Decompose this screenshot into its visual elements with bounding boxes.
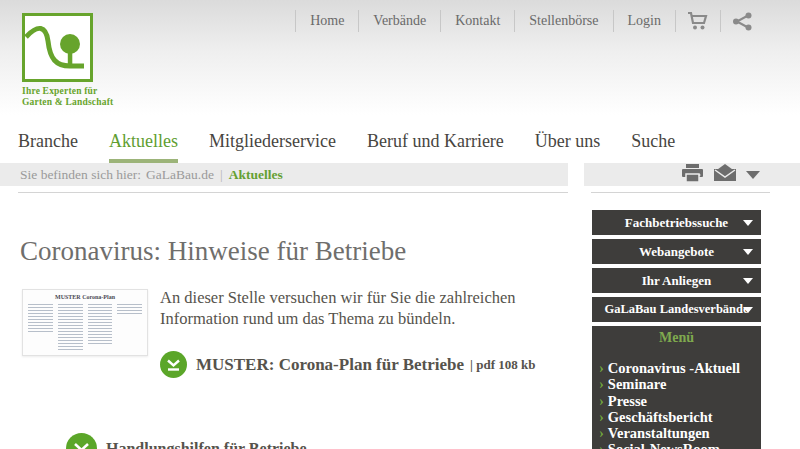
chevron-right-icon: › xyxy=(599,409,604,425)
top-nav: Home Verbände Kontakt Stellenbörse Login xyxy=(295,8,764,34)
download-link-partial[interactable]: Handlungshilfen für Betriebe xyxy=(66,433,307,449)
menu-item-veranstaltungen[interactable]: ›Veranstaltungen xyxy=(599,425,761,441)
menu-list: ›Coronavirus -Aktuell ›Seminare ›Presse … xyxy=(592,360,761,449)
accordion-label: Fachbetriebssuche xyxy=(625,215,728,230)
menu-item-geschaeftsbericht[interactable]: ›Geschäftsbericht xyxy=(599,409,761,425)
email-icon[interactable] xyxy=(713,164,737,185)
chevron-right-icon: › xyxy=(599,393,604,409)
main-nav: Branche Aktuelles Mitgliederservice Beru… xyxy=(18,131,675,163)
top-nav-login[interactable]: Login xyxy=(614,13,675,29)
tagline-line2: Garten & Landschaft xyxy=(22,97,113,108)
chevron-right-icon: › xyxy=(599,441,604,449)
accordion-label: GaLaBau Landesverbände xyxy=(604,302,748,316)
breadcrumb-site-link[interactable]: GaLaBau.de xyxy=(146,167,214,183)
menu-item-label: Seminare xyxy=(608,376,667,392)
top-nav-home[interactable]: Home xyxy=(296,13,358,29)
menu-item-label: Presse xyxy=(608,393,647,409)
accordion-webangebote[interactable]: Webangebote xyxy=(592,239,761,264)
top-nav-kontakt[interactable]: Kontakt xyxy=(441,13,514,29)
download-link-corona-plan[interactable]: MUSTER: Corona-Plan für Betriebe | pdf 1… xyxy=(160,351,535,378)
nav-branche[interactable]: Branche xyxy=(18,131,78,163)
cart-icon[interactable] xyxy=(676,11,720,31)
breadcrumb: Sie befinden sich hier: GaLaBau.de | Akt… xyxy=(0,163,568,186)
nav-suche[interactable]: Suche xyxy=(631,131,675,163)
chevron-down-icon[interactable] xyxy=(746,171,760,179)
menu-item-presse[interactable]: ›Presse xyxy=(599,393,761,409)
brand-tagline: Ihre Experten für Garten & Landschaft xyxy=(22,86,113,107)
accordion-fachbetriebssuche[interactable]: Fachbetriebssuche xyxy=(592,210,761,235)
download-icon xyxy=(66,433,97,449)
accordion-label: Webangebote xyxy=(639,244,714,259)
chevron-right-icon: › xyxy=(599,425,604,441)
menu-item-label: Veranstaltungen xyxy=(608,425,710,441)
header: Ihre Experten für Garten & Landschaft Ho… xyxy=(0,0,800,115)
chevron-right-icon: › xyxy=(599,376,604,392)
share-icon[interactable] xyxy=(721,12,764,31)
menu-item-label: Coronavirus -Aktuell xyxy=(608,360,740,376)
print-icon[interactable] xyxy=(681,164,704,186)
logo[interactable]: Ihre Experten für Garten & Landschaft xyxy=(22,13,113,107)
accordion-label: Ihr Anliegen xyxy=(642,273,711,288)
chevron-down-icon xyxy=(743,220,753,226)
document-thumbnail-title: MUSTER Corona-Plan xyxy=(28,294,142,300)
nav-beruf-und-karriere[interactable]: Beruf und Karriere xyxy=(367,131,504,163)
tagline-line1: Ihre Experten für xyxy=(22,86,113,97)
accordion-landesverbaende[interactable]: GaLaBau Landesverbände xyxy=(592,297,761,322)
sidebar: Fachbetriebssuche Webangebote Ihr Anlieg… xyxy=(592,210,761,449)
page-toolbar xyxy=(584,163,800,186)
logo-icon xyxy=(22,13,93,82)
breadcrumb-current: Aktuelles xyxy=(229,167,283,183)
nav-mitgliederservice[interactable]: Mitgliederservice xyxy=(209,131,336,163)
garden-landscape-logo-icon xyxy=(25,16,90,79)
sidebar-menu: Menü ›Coronavirus -Aktuell ›Seminare ›Pr… xyxy=(592,326,761,449)
page: Ihre Experten für Garten & Landschaft Ho… xyxy=(0,0,800,449)
intro-text: An dieser Stelle versuchen wir für Sie d… xyxy=(160,287,516,329)
breadcrumb-separator: | xyxy=(220,167,223,183)
download-label: Handlungshilfen für Betriebe xyxy=(106,440,307,449)
top-nav-verbaende[interactable]: Verbände xyxy=(359,13,440,29)
chevron-right-icon: › xyxy=(599,360,604,376)
document-thumbnail-content xyxy=(28,304,142,350)
breadcrumb-prefix: Sie befinden sich hier: xyxy=(20,167,141,183)
download-meta: | pdf 108 kb xyxy=(470,357,535,373)
chevron-down-icon xyxy=(743,249,753,255)
menu-item-label: Geschäftsbericht xyxy=(608,409,713,425)
accordion-ihr-anliegen[interactable]: Ihr Anliegen xyxy=(592,268,761,293)
download-icon xyxy=(160,351,187,378)
menu-item-label: Social-NewsRoom xyxy=(608,441,720,449)
divider xyxy=(18,192,568,193)
top-nav-stellenboerse[interactable]: Stellenbörse xyxy=(515,13,612,29)
menu-title: Menü xyxy=(592,330,761,346)
page-title: Coronavirus: Hinweise für Betriebe xyxy=(20,236,406,267)
document-thumbnail[interactable]: MUSTER Corona-Plan xyxy=(22,289,148,356)
chevron-down-icon xyxy=(743,278,753,284)
download-label: MUSTER: Corona-Plan für Betriebe xyxy=(196,355,464,375)
menu-item-seminare[interactable]: ›Seminare xyxy=(599,376,761,392)
chevron-down-icon xyxy=(743,307,753,313)
divider xyxy=(591,192,770,193)
menu-item-social-newsroom[interactable]: ›Social-NewsRoom xyxy=(599,441,761,449)
menu-item-coronavirus-aktuell[interactable]: ›Coronavirus -Aktuell xyxy=(599,360,761,376)
nav-ueber-uns[interactable]: Über uns xyxy=(535,131,601,163)
nav-aktuelles[interactable]: Aktuelles xyxy=(109,131,178,163)
